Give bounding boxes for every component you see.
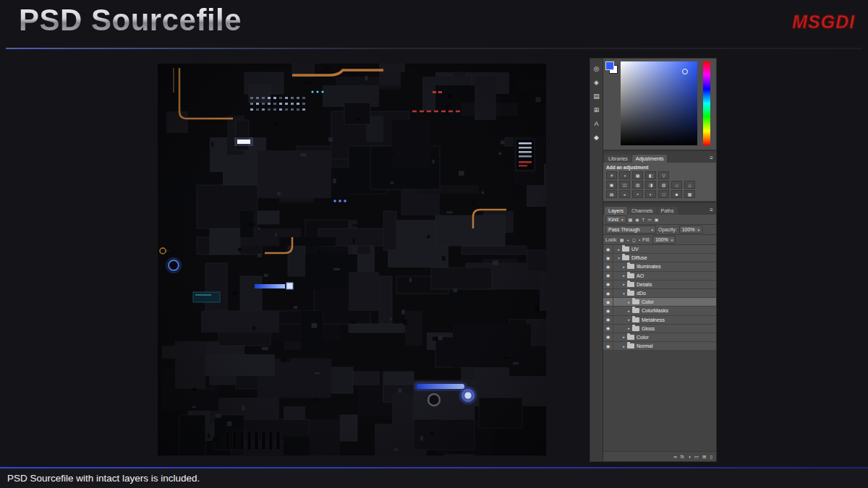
color-marker[interactable] bbox=[682, 69, 688, 74]
filter-type-icon[interactable]: T bbox=[642, 218, 644, 222]
filter-type-icon[interactable]: ▦ bbox=[629, 217, 633, 222]
filter-type-icon[interactable]: ▭ bbox=[647, 217, 652, 222]
visibility-cell[interactable]: ◉ bbox=[603, 333, 613, 341]
layer-row-illuminates[interactable]: ◉▸Illuminates bbox=[603, 262, 716, 271]
expand-arrow-icon[interactable]: ▸ bbox=[621, 335, 626, 339]
opacity-dropdown[interactable]: 100% ▾ bbox=[679, 226, 702, 234]
layers-action-icon[interactable]: ⊞ bbox=[702, 454, 706, 460]
tab-layers[interactable]: Layers bbox=[605, 207, 627, 215]
layer-row-diffuse[interactable]: ◉▾Diffuse bbox=[603, 254, 716, 262]
adjustment-icon[interactable]: ▽ bbox=[658, 171, 669, 179]
layer-row-gloss[interactable]: ◉▸Gloss bbox=[603, 325, 716, 333]
pen-tool-icon[interactable]: ◈ bbox=[594, 80, 599, 86]
blend-mode-dropdown[interactable]: Pass Through ▾ bbox=[605, 226, 656, 234]
expand-arrow-icon[interactable]: ▸ bbox=[621, 282, 626, 286]
adjustment-icon[interactable]: ◧ bbox=[645, 171, 656, 179]
layer-row-uv[interactable]: ◉▸UV bbox=[603, 245, 716, 254]
visibility-cell[interactable]: ◉ bbox=[603, 298, 613, 306]
visibility-eye-icon[interactable]: ◉ bbox=[606, 317, 610, 322]
tab-libraries[interactable]: Libraries bbox=[605, 155, 631, 163]
lock-icon[interactable]: ◻ bbox=[632, 237, 636, 242]
adjustment-icon[interactable]: ◫ bbox=[619, 181, 630, 189]
adjustment-icon[interactable]: △ bbox=[684, 181, 695, 189]
navigator-tool-icon[interactable]: ◆ bbox=[594, 134, 599, 141]
adjustment-icon[interactable]: ☀ bbox=[606, 171, 617, 179]
lock-icon[interactable]: + bbox=[626, 238, 629, 242]
adjustment-icon[interactable]: ◒ bbox=[619, 190, 630, 198]
visibility-cell[interactable]: ◉ bbox=[603, 342, 613, 350]
visibility-cell[interactable]: ◉ bbox=[603, 254, 613, 262]
expand-arrow-icon[interactable]: ▸ bbox=[626, 326, 631, 330]
hue-slider[interactable] bbox=[703, 61, 710, 145]
visibility-cell[interactable]: ◉ bbox=[603, 307, 613, 314]
layers-action-icon[interactable]: ◑ bbox=[688, 454, 691, 459]
visibility-cell[interactable]: ◉ bbox=[603, 281, 613, 288]
crop-tool-icon[interactable]: ⊞ bbox=[594, 107, 600, 114]
ellipse-tool-icon[interactable]: ◎ bbox=[594, 66, 600, 72]
fill-dropdown[interactable]: 100% ▾ bbox=[652, 236, 676, 244]
kind-filter-dropdown[interactable]: Kind ▾ bbox=[605, 215, 626, 223]
layer-row-ddo[interactable]: ◉▾dDo bbox=[603, 289, 716, 298]
layer-row-colormasks[interactable]: ◉▸ColorMasks bbox=[603, 307, 716, 315]
expand-arrow-icon[interactable]: ▸ bbox=[621, 273, 626, 278]
adjustment-icon[interactable]: ▩ bbox=[684, 190, 695, 198]
visibility-eye-icon[interactable]: ◉ bbox=[606, 335, 610, 339]
expand-arrow-icon[interactable]: ▾ bbox=[621, 291, 626, 296]
visibility-cell[interactable]: ◉ bbox=[603, 289, 613, 297]
lock-icon[interactable]: ▦ bbox=[620, 237, 624, 242]
adjustment-icon[interactable]: ◐ bbox=[645, 190, 656, 198]
visibility-eye-icon[interactable]: ◉ bbox=[606, 344, 610, 348]
saturation-brightness-field[interactable] bbox=[621, 61, 697, 145]
visibility-eye-icon[interactable]: ◉ bbox=[606, 300, 610, 304]
panel-menu-icon[interactable]: ≡ bbox=[710, 207, 715, 215]
tab-channels[interactable]: Channels bbox=[628, 207, 657, 215]
tab-adjustments[interactable]: Adjustments bbox=[632, 155, 668, 163]
expand-arrow-icon[interactable]: ▸ bbox=[626, 300, 631, 304]
layer-row-normal[interactable]: ◉▸Normal bbox=[603, 342, 716, 351]
filter-type-icon[interactable]: ◉ bbox=[635, 217, 639, 222]
layers-action-icon[interactable]: ▭ bbox=[694, 454, 699, 460]
layers-action-icon[interactable]: ▯ bbox=[710, 454, 712, 460]
adjustment-icon[interactable]: □ bbox=[658, 190, 669, 198]
adjustment-icon[interactable]: ▤ bbox=[606, 190, 617, 198]
adjustment-icon[interactable]: ◓ bbox=[632, 190, 643, 198]
expand-arrow-icon[interactable]: ▸ bbox=[626, 309, 631, 313]
expand-arrow-icon[interactable]: ▸ bbox=[626, 317, 631, 322]
color-swatches[interactable] bbox=[605, 61, 618, 74]
pattern-tool-icon[interactable]: ▤ bbox=[593, 93, 600, 100]
visibility-eye-icon[interactable]: ◉ bbox=[606, 282, 610, 286]
adjustment-icon[interactable]: ▨ bbox=[658, 181, 669, 189]
layers-action-icon[interactable]: fx bbox=[681, 454, 684, 459]
visibility-cell[interactable]: ◉ bbox=[603, 245, 613, 253]
layer-row-metalness[interactable]: ◉▸Metalness bbox=[603, 316, 716, 325]
visibility-eye-icon[interactable]: ◉ bbox=[606, 247, 610, 252]
adjustment-icon[interactable]: ▣ bbox=[606, 181, 617, 189]
type-tool-icon[interactable]: A bbox=[594, 121, 598, 127]
adjustment-icon[interactable]: ■ bbox=[671, 190, 682, 198]
foreground-color-swatch[interactable] bbox=[605, 61, 614, 70]
visibility-eye-icon[interactable]: ◉ bbox=[606, 265, 610, 269]
expand-arrow-icon[interactable]: ▾ bbox=[616, 256, 621, 260]
layer-row-color[interactable]: ◉▸Color bbox=[603, 298, 716, 307]
layers-action-icon[interactable]: ∞ bbox=[673, 454, 677, 459]
visibility-cell[interactable]: ◉ bbox=[603, 325, 613, 333]
adjustment-icon[interactable]: ▦ bbox=[632, 171, 643, 179]
layer-row-color[interactable]: ◉▸Color bbox=[603, 333, 716, 342]
visibility-eye-icon[interactable]: ◉ bbox=[606, 256, 610, 260]
visibility-cell[interactable]: ◉ bbox=[603, 316, 613, 324]
layer-row-ao[interactable]: ◉▸AO bbox=[603, 272, 716, 281]
visibility-cell[interactable]: ◉ bbox=[603, 262, 613, 270]
visibility-cell[interactable]: ◉ bbox=[603, 272, 613, 280]
adjustment-icon[interactable]: ◨ bbox=[645, 181, 656, 189]
lock-icon[interactable]: ▪ bbox=[639, 238, 640, 242]
layer-row-details[interactable]: ◉▸Details bbox=[603, 281, 716, 289]
adjustment-icon[interactable]: ▥ bbox=[632, 181, 643, 189]
visibility-eye-icon[interactable]: ◉ bbox=[606, 326, 610, 330]
panel-menu-icon[interactable]: ≡ bbox=[710, 155, 715, 163]
visibility-eye-icon[interactable]: ◉ bbox=[606, 309, 610, 313]
adjustment-icon[interactable]: ◇ bbox=[671, 181, 682, 189]
visibility-eye-icon[interactable]: ◉ bbox=[606, 291, 610, 296]
expand-arrow-icon[interactable]: ▸ bbox=[616, 247, 621, 252]
filter-type-icon[interactable]: ▣ bbox=[655, 217, 659, 222]
adjustment-icon[interactable]: ◑ bbox=[619, 171, 630, 179]
